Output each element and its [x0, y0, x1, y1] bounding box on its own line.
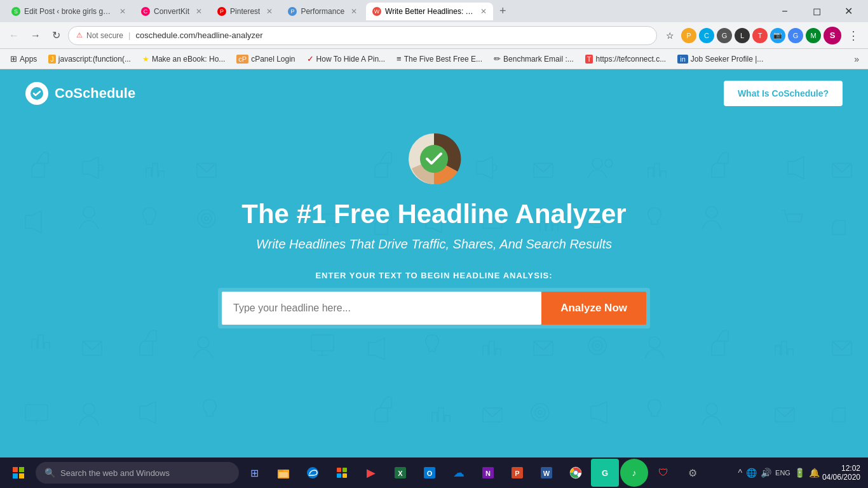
- svg-rect-48: [279, 472, 288, 477]
- ext-icon-4[interactable]: L: [735, 28, 750, 43]
- tab-close-icon[interactable]: ✕: [266, 7, 273, 16]
- windows-logo-icon: [12, 466, 25, 479]
- bookmark-ebook[interactable]: ★ Make an eBook: Ho...: [137, 53, 230, 65]
- ext-icon-3[interactable]: G: [717, 28, 732, 43]
- svg-rect-32: [775, 408, 794, 422]
- taskbar-clock[interactable]: 12:02 04/06/2020: [822, 464, 860, 482]
- taskbar-search[interactable]: 🔍 Search the web and Windows: [36, 462, 239, 484]
- coschedule-logo[interactable]: CoSchedule: [25, 82, 135, 105]
- antivirus-icon[interactable]: 🛡: [649, 459, 677, 487]
- ext-icon-2[interactable]: C: [699, 28, 714, 43]
- outlook-icon[interactable]: O: [416, 459, 444, 487]
- store-icon[interactable]: [328, 459, 356, 487]
- spotify-icon[interactable]: ♪: [620, 459, 648, 487]
- pinterest-icon: ✓: [307, 54, 314, 64]
- tab-close-icon[interactable]: ✕: [196, 7, 202, 16]
- grammarly-icon[interactable]: G: [591, 459, 619, 487]
- onenote-svg: N: [481, 466, 495, 480]
- clock-date: 04/06/2020: [822, 473, 860, 482]
- chrome-svg: [569, 466, 583, 480]
- tab-convertkit[interactable]: C ConvertKit ✕: [135, 3, 208, 20]
- bookmark-benchmark[interactable]: ✏ Benchmark Email :...: [489, 52, 579, 65]
- toolbar-icons: ☆ P C G L T 📷 G M S ⋮: [661, 26, 863, 45]
- refresh-button[interactable]: ↻: [48, 27, 64, 44]
- url-bar[interactable]: ⚠ Not secure | coschedule.com/headline-a…: [68, 26, 657, 45]
- battery-icon[interactable]: 🔋: [794, 468, 805, 478]
- ext-pinterest-icon[interactable]: P: [681, 28, 696, 43]
- what-is-coschedule-button[interactable]: What Is CoSchedule?: [724, 81, 843, 106]
- onedrive-icon[interactable]: ☁: [445, 459, 473, 487]
- browser-menu-icon[interactable]: ⋮: [844, 26, 863, 45]
- svg-point-23: [649, 337, 660, 348]
- bookmark-cpanel[interactable]: cP cPanel Login: [231, 53, 300, 65]
- svg-text:W: W: [543, 470, 550, 477]
- headline-input[interactable]: [222, 292, 541, 325]
- ext-icon-8[interactable]: M: [806, 28, 821, 43]
- cs-header: CoSchedule What Is CoSchedule?: [0, 69, 868, 118]
- svg-text:O: O: [427, 470, 433, 477]
- onenote-icon[interactable]: N: [474, 459, 502, 487]
- start-button[interactable]: [3, 458, 34, 488]
- bookmark-five-best[interactable]: ≡ The Five Best Free E...: [391, 52, 487, 65]
- tab-close-icon[interactable]: ✕: [351, 7, 357, 16]
- edge-svg: [306, 466, 320, 480]
- page-content: CoSchedule What Is CoSchedule?: [0, 69, 868, 458]
- word-icon[interactable]: W: [532, 459, 560, 487]
- tab-pinterest[interactable]: P Pinterest ✕: [211, 3, 279, 20]
- bookmark-job-seeker[interactable]: in Job Seeker Profile |...: [672, 53, 768, 65]
- linkedin-icon: in: [677, 55, 688, 64]
- restore-button[interactable]: ◻: [802, 0, 831, 22]
- ext-icon-5[interactable]: T: [752, 28, 768, 43]
- chevron-up-icon[interactable]: ^: [738, 468, 743, 478]
- new-tab-button[interactable]: +: [496, 4, 510, 18]
- task-view-button[interactable]: ⊞: [240, 459, 268, 487]
- chrome-icon[interactable]: [562, 459, 590, 487]
- search-box: Analyze Now: [218, 288, 650, 329]
- title-bar: S Edit Post ‹ broke girls get fixed ✕ C …: [0, 0, 868, 22]
- bookmark-tefconnect[interactable]: T https://tefconnect.c...: [580, 53, 671, 65]
- svg-rect-16: [83, 341, 102, 355]
- powerpoint-icon[interactable]: P: [503, 459, 531, 487]
- tab-write-better[interactable]: W Write Better Headlines: Headl... ✕: [366, 3, 493, 20]
- svg-rect-25: [25, 405, 48, 421]
- ext-icon-7[interactable]: G: [788, 28, 803, 43]
- tab-close-icon[interactable]: ✕: [119, 7, 126, 16]
- ext-icon-6[interactable]: 📷: [770, 28, 785, 43]
- window-controls: − ◻ ✕: [770, 0, 863, 22]
- svg-rect-50: [337, 468, 341, 472]
- pen-icon: ✏: [494, 54, 501, 64]
- tab-close-icon[interactable]: ✕: [480, 7, 487, 16]
- back-button[interactable]: ←: [5, 27, 23, 44]
- tab-edit-post[interactable]: S Edit Post ‹ broke girls get fixed ✕: [5, 3, 132, 20]
- tab-title: Write Better Headlines: Headl...: [385, 7, 474, 16]
- bookmark-apps[interactable]: ⊞ Apps: [5, 52, 42, 65]
- bookmark-javascript[interactable]: J javascript:(function(...: [43, 53, 136, 65]
- minimize-button[interactable]: −: [770, 0, 799, 22]
- url-text[interactable]: coschedule.com/headline-analyzer: [135, 30, 649, 40]
- bookmark-star-icon[interactable]: ☆: [661, 27, 679, 44]
- separator: |: [128, 30, 130, 40]
- bookmarks-more-button[interactable]: »: [850, 53, 863, 65]
- security-label: Not secure: [86, 31, 123, 40]
- close-button[interactable]: ✕: [834, 0, 863, 22]
- file-explorer-icon[interactable]: [269, 459, 297, 487]
- analyze-button[interactable]: Analyze Now: [541, 292, 646, 325]
- media-player-icon[interactable]: ▶: [357, 459, 385, 487]
- edge-browser-icon[interactable]: [299, 459, 327, 487]
- notification-icon[interactable]: 🔔: [809, 468, 820, 478]
- tab-title: Edit Post ‹ broke girls get fixed: [24, 7, 113, 16]
- profile-avatar[interactable]: S: [824, 27, 841, 44]
- network-icon[interactable]: 🌐: [746, 468, 757, 478]
- bookmark-label: Benchmark Email :...: [503, 55, 574, 64]
- keyboard-icon[interactable]: ENG: [775, 469, 790, 477]
- volume-icon[interactable]: 🔊: [761, 468, 771, 478]
- hero-title: The #1 Free Headline Analyzer: [241, 199, 626, 229]
- excel-icon[interactable]: X: [386, 459, 414, 487]
- tab-performance[interactable]: P Performance ✕: [281, 3, 363, 20]
- bookmark-pinterest-pin[interactable]: ✓ How To Hide A Pin...: [302, 52, 391, 65]
- forward-button[interactable]: →: [27, 27, 44, 44]
- bookmark-label: Job Seeker Profile |...: [691, 55, 764, 64]
- settings-icon[interactable]: ⚙: [679, 459, 707, 487]
- svg-rect-18: [311, 335, 334, 351]
- address-bar: ← → ↻ ⚠ Not secure | coschedule.com/head…: [0, 22, 868, 49]
